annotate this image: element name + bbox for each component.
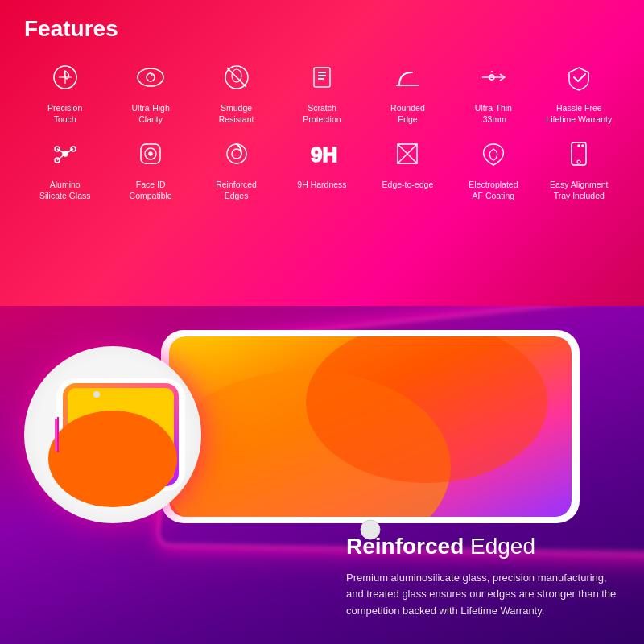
ultra-high-clarity-icon xyxy=(130,56,171,98)
svg-point-47 xyxy=(48,411,177,507)
reinforced-description: Premium aluminosilicate glass, precision… xyxy=(346,570,620,620)
feature-ultra-high-clarity: Ultra-HighClarity xyxy=(109,56,191,125)
svg-point-27 xyxy=(227,144,246,163)
precision-touch-label: PrecisionTouch xyxy=(47,103,82,125)
feature-hassle-free: Hassle FreeLifetime Warranty xyxy=(539,56,620,125)
feature-reinforced-edges: ReinforcedEdges xyxy=(196,133,277,201)
features-grid-row1: PrecisionTouch Ultra-HighClarity SmudgeR… xyxy=(24,56,620,125)
feature-precision-touch: PrecisionTouch xyxy=(24,56,105,125)
feature-easy-alignment: Easy AlignmentTray Included xyxy=(539,133,620,201)
svg-point-50 xyxy=(93,391,100,398)
feature-edge-to-edge: Edge-to-edge xyxy=(367,133,448,201)
top-section: Features PrecisionTouch Ultra-HighClarit… xyxy=(0,0,644,306)
svg-point-28 xyxy=(232,149,242,159)
scratch-protection-icon xyxy=(301,56,343,98)
reinforced-title-regular: Edged xyxy=(464,534,535,559)
hassle-free-icon xyxy=(558,56,600,98)
svg-point-36 xyxy=(582,145,584,147)
face-id-label: Face IDCompatible xyxy=(130,180,172,201)
feature-scratch-protection: ScratchProtection xyxy=(281,56,362,125)
circle-zoom xyxy=(24,346,201,523)
ultra-thin-label: Ultra-Thin.33mm xyxy=(475,103,512,125)
features-title: Features xyxy=(24,16,620,42)
feature-ultra-thin: Ultra-Thin.33mm xyxy=(452,56,534,125)
reinforced-edges-icon xyxy=(216,133,258,175)
electroplated-icon xyxy=(473,133,514,175)
svg-point-35 xyxy=(578,145,580,147)
alumino-silicate-label: AluminoSilicate Glass xyxy=(39,180,91,201)
svg-line-23 xyxy=(57,154,65,160)
svg-line-7 xyxy=(227,68,246,87)
precision-touch-icon xyxy=(44,56,86,98)
edge-to-edge-icon xyxy=(386,133,428,175)
hassle-free-label: Hassle FreeLifetime Warranty xyxy=(546,103,612,125)
reinforced-title: Reinforced Edged xyxy=(346,533,620,560)
svg-point-4 xyxy=(147,73,155,81)
smudge-resistant-icon xyxy=(216,56,258,98)
bottom-text-container: Reinforced Edged Premium aluminosilicate… xyxy=(346,533,620,620)
feature-9h-hardness: 9H 9H Hardness xyxy=(281,133,362,201)
reinforced-edges-label: ReinforcedEdges xyxy=(216,180,257,201)
scratch-protection-label: ScratchProtection xyxy=(303,103,341,125)
rounded-edge-icon xyxy=(386,56,428,98)
svg-point-8 xyxy=(232,69,242,82)
svg-point-3 xyxy=(138,68,163,86)
edge-to-edge-label: Edge-to-edge xyxy=(382,180,434,191)
svg-point-34 xyxy=(577,160,580,163)
feature-smudge-resistant: SmudgeResistant xyxy=(196,56,277,125)
features-grid-row2: AluminoSilicate Glass Face IDCompatible … xyxy=(24,133,620,201)
phone-body xyxy=(145,322,644,547)
easy-alignment-icon xyxy=(558,133,600,175)
rounded-edge-label: RoundedEdge xyxy=(390,103,425,125)
smudge-resistant-label: SmudgeResistant xyxy=(219,103,254,125)
reinforced-title-bold: Reinforced xyxy=(346,534,464,559)
svg-text:9H: 9H xyxy=(311,142,337,167)
9h-hardness-label: 9H Hardness xyxy=(297,180,346,191)
feature-face-id: Face IDCompatible xyxy=(109,133,191,201)
ultra-high-clarity-label: Ultra-HighClarity xyxy=(132,103,170,125)
svg-rect-9 xyxy=(314,68,330,87)
feature-rounded-edge: RoundedEdge xyxy=(367,56,448,125)
feature-alumino-silicate: AluminoSilicate Glass xyxy=(24,133,105,201)
easy-alignment-label: Easy AlignmentTray Included xyxy=(550,180,608,201)
9h-hardness-icon: 9H xyxy=(301,133,343,175)
ultra-thin-icon xyxy=(473,56,514,98)
alumino-silicate-icon xyxy=(44,133,86,175)
face-id-icon xyxy=(130,133,171,175)
bottom-section: Reinforced Edged Premium aluminosilicate… xyxy=(0,306,644,644)
main-container: Features PrecisionTouch Ultra-HighClarit… xyxy=(0,0,644,644)
circle-zoom-inner xyxy=(24,346,201,523)
svg-point-26 xyxy=(149,152,152,155)
feature-electroplated: ElectroplatedAF Coating xyxy=(452,133,534,201)
svg-point-41 xyxy=(306,322,547,483)
electroplated-label: ElectroplatedAF Coating xyxy=(469,180,518,201)
